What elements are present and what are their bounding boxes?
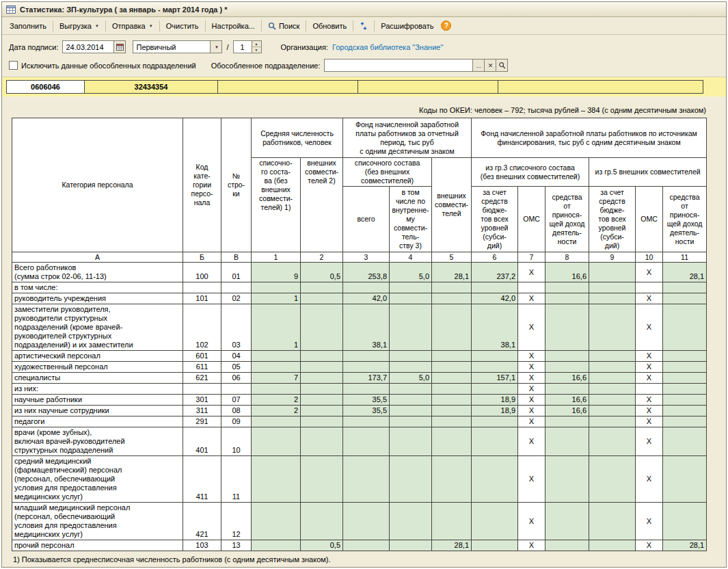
value-cell[interactable] — [252, 456, 301, 503]
value-cell[interactable] — [301, 456, 343, 503]
value-cell[interactable] — [589, 373, 636, 384]
value-cell[interactable] — [589, 293, 636, 304]
report-type-combo[interactable]: Первичный — [133, 40, 211, 53]
value-cell[interactable]: 173,7 — [343, 373, 390, 384]
value-cell[interactable] — [589, 540, 636, 551]
value-cell[interactable] — [663, 427, 707, 456]
signature-date-input[interactable]: 24.03.2014 — [62, 40, 114, 53]
value-cell[interactable] — [343, 540, 390, 551]
value-cell[interactable] — [545, 384, 589, 395]
revision-spinner-input[interactable]: 1 — [233, 40, 252, 53]
value-cell[interactable] — [343, 456, 390, 503]
value-cell[interactable] — [663, 395, 707, 406]
value-cell[interactable]: 38,1 — [343, 304, 390, 351]
value-cell[interactable] — [301, 362, 343, 373]
value-cell[interactable] — [252, 416, 301, 427]
value-cell[interactable] — [301, 351, 343, 362]
value-cell[interactable] — [472, 427, 518, 456]
division-choose-button[interactable]: ... — [473, 59, 485, 72]
value-cell[interactable] — [663, 293, 707, 304]
value-cell[interactable] — [472, 384, 518, 395]
value-cell[interactable] — [301, 384, 343, 395]
value-cell[interactable] — [390, 304, 432, 351]
value-cell[interactable] — [390, 503, 432, 540]
value-cell[interactable] — [432, 351, 472, 362]
value-cell[interactable] — [343, 362, 390, 373]
value-cell[interactable] — [472, 351, 518, 362]
code-cell[interactable] — [498, 80, 703, 94]
settings-button[interactable]: Настройка... — [207, 19, 260, 33]
export-menu-button[interactable]: Выгрузка ▼ — [55, 19, 104, 33]
value-cell[interactable] — [343, 416, 390, 427]
value-cell[interactable] — [432, 293, 472, 304]
value-cell[interactable] — [545, 503, 589, 540]
value-cell[interactable] — [390, 282, 432, 293]
value-cell[interactable]: 1 — [252, 304, 301, 351]
decrypt-button[interactable]: Расшифровать — [376, 19, 438, 33]
value-cell[interactable]: 157,1 — [472, 373, 518, 384]
help-icon[interactable]: ? — [441, 21, 451, 31]
value-cell[interactable] — [343, 427, 390, 456]
clear-button[interactable]: Очистить — [161, 19, 204, 33]
search-button[interactable]: Поиск — [263, 19, 304, 33]
value-cell[interactable] — [252, 362, 301, 373]
value-cell[interactable] — [472, 362, 518, 373]
value-cell[interactable] — [343, 384, 390, 395]
value-cell[interactable] — [432, 427, 472, 456]
value-cell[interactable] — [432, 304, 472, 351]
value-cell[interactable] — [432, 503, 472, 540]
value-cell[interactable] — [472, 503, 518, 540]
value-cell[interactable] — [301, 373, 343, 384]
value-cell[interactable] — [545, 427, 589, 456]
value-cell[interactable] — [432, 362, 472, 373]
value-cell[interactable] — [432, 395, 472, 406]
value-cell[interactable] — [663, 282, 707, 293]
fill-button[interactable]: Заполнить — [5, 19, 51, 33]
refresh-button[interactable]: Обновить — [308, 19, 351, 33]
value-cell[interactable]: 28,1 — [663, 540, 707, 551]
value-cell[interactable] — [663, 373, 707, 384]
spinner-down-button[interactable]: ▼ — [252, 47, 261, 53]
value-cell[interactable] — [252, 282, 301, 293]
value-cell[interactable]: 1 — [252, 293, 301, 304]
value-cell[interactable]: 28,1 — [432, 263, 472, 282]
value-cell[interactable] — [390, 416, 432, 427]
value-cell[interactable] — [589, 427, 636, 456]
value-cell[interactable]: 16,6 — [545, 373, 589, 384]
value-cell[interactable] — [545, 293, 589, 304]
value-cell[interactable] — [663, 304, 707, 351]
spinner-up-button[interactable]: ▲ — [252, 41, 261, 47]
value-cell[interactable]: 16,6 — [545, 263, 589, 282]
value-cell[interactable]: 2 — [252, 406, 301, 416]
value-cell[interactable] — [589, 416, 636, 427]
send-menu-button[interactable]: Отправка ▼ — [107, 19, 158, 33]
value-cell[interactable] — [663, 362, 707, 373]
value-cell[interactable] — [301, 406, 343, 416]
value-cell[interactable] — [390, 406, 432, 416]
exchange-button[interactable] — [355, 19, 373, 33]
value-cell[interactable] — [301, 416, 343, 427]
value-cell[interactable]: 237,2 — [472, 263, 518, 282]
value-cell[interactable] — [343, 503, 390, 540]
value-cell[interactable]: 42,0 — [472, 293, 518, 304]
division-clear-button[interactable]: ✕ — [485, 59, 496, 72]
value-cell[interactable]: 0,5 — [301, 540, 343, 551]
value-cell[interactable]: 9 — [252, 263, 301, 282]
value-cell[interactable]: 0,5 — [301, 263, 343, 282]
division-input[interactable] — [324, 59, 473, 72]
value-cell[interactable]: 5,0 — [390, 263, 432, 282]
value-cell[interactable] — [589, 406, 636, 416]
calendar-button[interactable] — [114, 40, 126, 53]
value-cell[interactable]: 253,8 — [343, 263, 390, 282]
value-cell[interactable] — [589, 351, 636, 362]
value-cell[interactable] — [432, 282, 472, 293]
exclude-divisions-checkbox[interactable] — [9, 61, 18, 70]
value-cell[interactable] — [301, 427, 343, 456]
value-cell[interactable] — [390, 362, 432, 373]
value-cell[interactable] — [545, 282, 589, 293]
value-cell[interactable]: 35,5 — [343, 395, 390, 406]
value-cell[interactable] — [252, 384, 301, 395]
value-cell[interactable] — [301, 293, 343, 304]
value-cell[interactable] — [343, 351, 390, 362]
value-cell[interactable] — [589, 456, 636, 503]
